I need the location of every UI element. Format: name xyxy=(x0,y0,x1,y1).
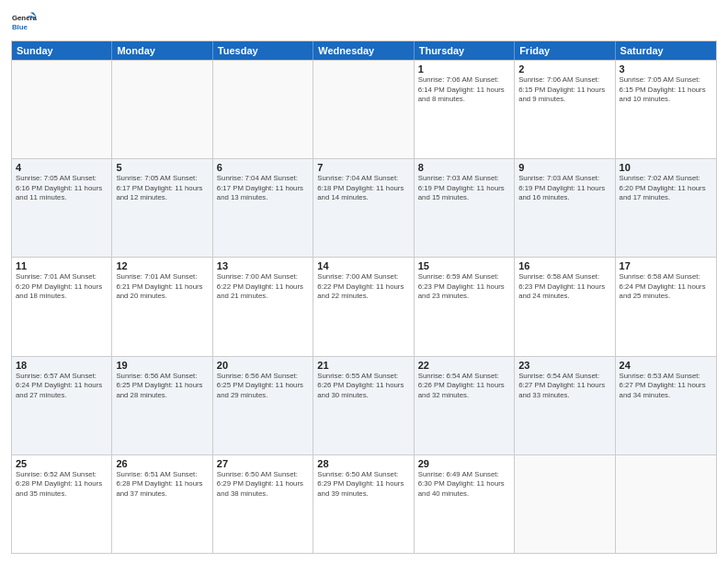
calendar-row: 4Sunrise: 7:05 AM Sunset: 6:16 PM Daylig… xyxy=(12,158,716,257)
calendar-row: 11Sunrise: 7:01 AM Sunset: 6:20 PM Dayli… xyxy=(12,257,716,355)
day-cell-15: 15Sunrise: 6:59 AM Sunset: 6:23 PM Dayli… xyxy=(415,258,515,355)
empty-cell xyxy=(12,61,112,158)
day-cell-2: 2Sunrise: 7:06 AM Sunset: 6:15 PM Daylig… xyxy=(515,61,615,158)
day-cell-9: 9Sunrise: 7:03 AM Sunset: 6:19 PM Daylig… xyxy=(515,159,615,257)
calendar-header: SundayMondayTuesdayWednesdayThursdayFrid… xyxy=(12,41,716,60)
day-number: 5 xyxy=(116,162,208,173)
day-cell-19: 19Sunrise: 6:56 AM Sunset: 6:25 PM Dayli… xyxy=(112,357,212,454)
day-cell-23: 23Sunrise: 6:54 AM Sunset: 6:27 PM Dayli… xyxy=(515,357,615,454)
day-cell-26: 26Sunrise: 6:51 AM Sunset: 6:28 PM Dayli… xyxy=(112,455,212,553)
day-number: 12 xyxy=(116,260,208,271)
day-cell-20: 20Sunrise: 6:56 AM Sunset: 6:25 PM Dayli… xyxy=(213,357,313,454)
day-number: 4 xyxy=(16,162,108,173)
svg-text:Blue: Blue xyxy=(12,23,28,31)
logo: General Blue xyxy=(11,9,40,35)
day-info: Sunrise: 6:51 AM Sunset: 6:28 PM Dayligh… xyxy=(116,470,208,500)
day-header-monday: Monday xyxy=(112,41,212,60)
day-info: Sunrise: 6:58 AM Sunset: 6:23 PM Dayligh… xyxy=(518,272,610,302)
calendar: SundayMondayTuesdayWednesdayThursdayFrid… xyxy=(11,40,717,554)
day-info: Sunrise: 7:06 AM Sunset: 6:15 PM Dayligh… xyxy=(518,75,610,105)
day-info: Sunrise: 7:06 AM Sunset: 6:14 PM Dayligh… xyxy=(418,75,510,105)
day-cell-25: 25Sunrise: 6:52 AM Sunset: 6:28 PM Dayli… xyxy=(12,455,112,553)
day-number: 16 xyxy=(518,260,610,271)
day-number: 6 xyxy=(217,162,309,173)
day-number: 24 xyxy=(620,360,712,371)
day-cell-17: 17Sunrise: 6:58 AM Sunset: 6:24 PM Dayli… xyxy=(616,258,716,355)
day-header-sunday: Sunday xyxy=(12,41,112,60)
empty-cell xyxy=(112,61,212,158)
day-info: Sunrise: 7:00 AM Sunset: 6:22 PM Dayligh… xyxy=(317,272,409,302)
day-number: 9 xyxy=(518,162,610,173)
day-info: Sunrise: 6:49 AM Sunset: 6:30 PM Dayligh… xyxy=(418,470,510,500)
day-number: 22 xyxy=(418,360,510,371)
day-info: Sunrise: 6:58 AM Sunset: 6:24 PM Dayligh… xyxy=(620,272,712,302)
day-number: 17 xyxy=(620,260,712,271)
day-info: Sunrise: 7:05 AM Sunset: 6:17 PM Dayligh… xyxy=(116,174,208,203)
day-header-wednesday: Wednesday xyxy=(313,41,414,60)
day-info: Sunrise: 7:05 AM Sunset: 6:15 PM Dayligh… xyxy=(620,75,712,105)
day-info: Sunrise: 7:02 AM Sunset: 6:20 PM Dayligh… xyxy=(620,174,712,203)
day-cell-4: 4Sunrise: 7:05 AM Sunset: 6:16 PM Daylig… xyxy=(12,159,112,257)
day-cell-27: 27Sunrise: 6:50 AM Sunset: 6:29 PM Dayli… xyxy=(213,455,313,553)
day-cell-24: 24Sunrise: 6:53 AM Sunset: 6:27 PM Dayli… xyxy=(616,357,716,454)
day-number: 25 xyxy=(16,458,108,469)
header: General Blue xyxy=(11,9,717,35)
day-number: 23 xyxy=(518,360,610,371)
day-cell-13: 13Sunrise: 7:00 AM Sunset: 6:22 PM Dayli… xyxy=(213,258,313,355)
day-number: 20 xyxy=(217,360,309,371)
day-number: 18 xyxy=(16,360,108,371)
day-info: Sunrise: 7:03 AM Sunset: 6:19 PM Dayligh… xyxy=(418,174,510,203)
day-number: 14 xyxy=(317,260,409,271)
day-header-saturday: Saturday xyxy=(616,41,716,60)
day-number: 2 xyxy=(518,63,610,75)
empty-cell xyxy=(515,455,615,553)
day-info: Sunrise: 6:53 AM Sunset: 6:27 PM Dayligh… xyxy=(620,372,712,401)
day-cell-6: 6Sunrise: 7:04 AM Sunset: 6:17 PM Daylig… xyxy=(213,159,313,257)
day-number: 21 xyxy=(317,360,409,371)
day-header-tuesday: Tuesday xyxy=(213,41,313,60)
day-cell-3: 3Sunrise: 7:05 AM Sunset: 6:15 PM Daylig… xyxy=(616,61,716,158)
day-info: Sunrise: 7:00 AM Sunset: 6:22 PM Dayligh… xyxy=(217,272,309,302)
day-header-thursday: Thursday xyxy=(415,41,515,60)
day-number: 19 xyxy=(116,360,208,371)
empty-cell xyxy=(616,455,716,553)
day-info: Sunrise: 6:52 AM Sunset: 6:28 PM Dayligh… xyxy=(16,470,108,500)
day-info: Sunrise: 6:54 AM Sunset: 6:26 PM Dayligh… xyxy=(418,372,510,401)
day-number: 11 xyxy=(16,260,108,271)
day-number: 27 xyxy=(217,458,309,469)
day-info: Sunrise: 6:50 AM Sunset: 6:29 PM Dayligh… xyxy=(317,470,409,500)
day-header-friday: Friday xyxy=(515,41,615,60)
day-number: 7 xyxy=(317,162,409,173)
empty-cell xyxy=(313,61,414,158)
day-number: 26 xyxy=(116,458,208,469)
day-number: 13 xyxy=(217,260,309,271)
calendar-row: 1Sunrise: 7:06 AM Sunset: 6:14 PM Daylig… xyxy=(12,60,716,158)
day-info: Sunrise: 6:50 AM Sunset: 6:29 PM Dayligh… xyxy=(217,470,309,500)
day-cell-10: 10Sunrise: 7:02 AM Sunset: 6:20 PM Dayli… xyxy=(616,159,716,257)
logo-icon: General Blue xyxy=(11,9,37,35)
day-info: Sunrise: 6:55 AM Sunset: 6:26 PM Dayligh… xyxy=(317,372,409,401)
day-cell-12: 12Sunrise: 7:01 AM Sunset: 6:21 PM Dayli… xyxy=(112,258,212,355)
day-cell-7: 7Sunrise: 7:04 AM Sunset: 6:18 PM Daylig… xyxy=(313,159,414,257)
day-number: 15 xyxy=(418,260,510,271)
day-cell-14: 14Sunrise: 7:00 AM Sunset: 6:22 PM Dayli… xyxy=(313,258,414,355)
day-number: 8 xyxy=(418,162,510,173)
day-number: 29 xyxy=(418,458,510,469)
day-number: 3 xyxy=(620,63,712,75)
day-cell-1: 1Sunrise: 7:06 AM Sunset: 6:14 PM Daylig… xyxy=(415,61,515,158)
day-info: Sunrise: 6:56 AM Sunset: 6:25 PM Dayligh… xyxy=(217,372,309,401)
day-cell-16: 16Sunrise: 6:58 AM Sunset: 6:23 PM Dayli… xyxy=(515,258,615,355)
day-cell-18: 18Sunrise: 6:57 AM Sunset: 6:24 PM Dayli… xyxy=(12,357,112,454)
day-info: Sunrise: 7:05 AM Sunset: 6:16 PM Dayligh… xyxy=(16,174,108,203)
day-cell-22: 22Sunrise: 6:54 AM Sunset: 6:26 PM Dayli… xyxy=(415,357,515,454)
day-cell-8: 8Sunrise: 7:03 AM Sunset: 6:19 PM Daylig… xyxy=(415,159,515,257)
day-cell-11: 11Sunrise: 7:01 AM Sunset: 6:20 PM Dayli… xyxy=(12,258,112,355)
day-info: Sunrise: 7:03 AM Sunset: 6:19 PM Dayligh… xyxy=(518,174,610,203)
day-info: Sunrise: 7:01 AM Sunset: 6:21 PM Dayligh… xyxy=(116,272,208,302)
day-info: Sunrise: 7:01 AM Sunset: 6:20 PM Dayligh… xyxy=(16,272,108,302)
calendar-row: 25Sunrise: 6:52 AM Sunset: 6:28 PM Dayli… xyxy=(12,454,716,553)
day-info: Sunrise: 7:04 AM Sunset: 6:18 PM Dayligh… xyxy=(317,174,409,203)
empty-cell xyxy=(213,61,313,158)
day-number: 28 xyxy=(317,458,409,469)
day-info: Sunrise: 6:57 AM Sunset: 6:24 PM Dayligh… xyxy=(16,372,108,401)
